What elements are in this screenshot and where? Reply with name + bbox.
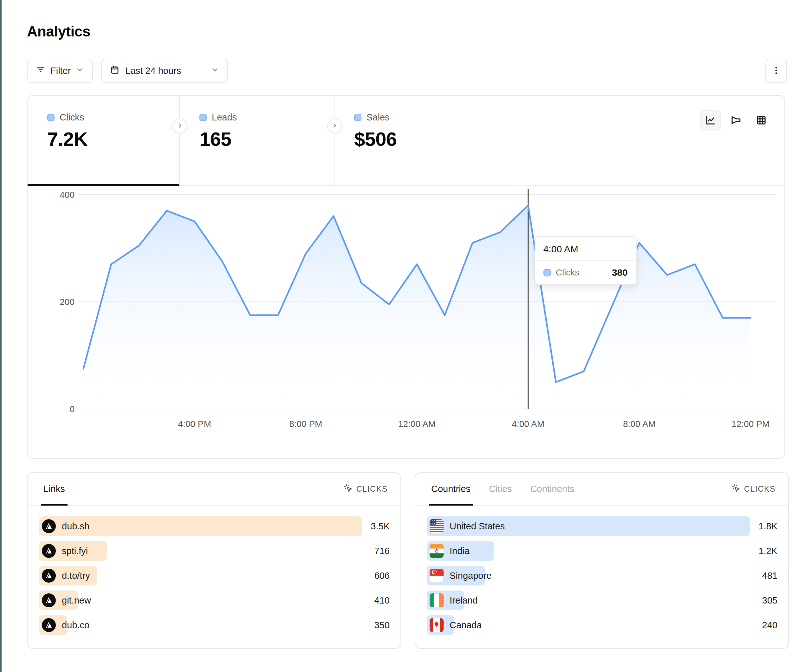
chart-tooltip: 4:00 AM Clicks 380: [535, 236, 637, 285]
clicks-time-series-chart[interactable]: 02004004:00 PM8:00 PM12:00 AM4:00 AM8:00…: [27, 186, 785, 458]
link-row[interactable]: dub.sh3.5K: [39, 516, 391, 536]
line-chart-view-button[interactable]: [700, 110, 721, 131]
x-tick-label: 12:00 AM: [398, 419, 436, 429]
chart-view-switcher: [700, 110, 772, 131]
dub-logo-icon: [42, 569, 56, 583]
dub-logo-icon: [42, 594, 56, 607]
toolbar: Filter Last 24 hours: [27, 59, 228, 83]
tooltip-value: 380: [612, 267, 628, 278]
page-title: Analytics: [27, 23, 90, 40]
chevron-right-icon: [177, 122, 184, 130]
chevron-right-icon: [331, 122, 338, 130]
metric-tab-sales[interactable]: Sales$506: [334, 96, 785, 186]
country-value: 1.2K: [758, 541, 778, 561]
link-label: d.to/try: [62, 566, 90, 585]
geo-tab-cities[interactable]: Cities: [489, 473, 512, 505]
links-panel: Links CLICKS dub.sh3.5Kspti.fyi716d.to/t…: [27, 472, 401, 649]
area-fill: [84, 205, 751, 409]
country-label: United States: [450, 516, 505, 536]
analytics-chart-card: Clicks7.2KLeads165Sales$506 02004004:00 …: [27, 95, 785, 459]
links-metric-sort[interactable]: CLICKS: [344, 484, 388, 495]
link-label: dub.sh: [62, 516, 89, 536]
funnel-chart-view-button[interactable]: [725, 110, 746, 131]
links-metric-label: CLICKS: [357, 484, 388, 493]
dub-logo-icon: [42, 519, 56, 533]
tooltip-series-label: Clicks: [556, 268, 607, 278]
y-tick-label: 0: [70, 404, 75, 414]
country-row[interactable]: Canada240: [427, 615, 779, 635]
flag-icon-in: [430, 544, 444, 558]
metric-legend-chip: [200, 114, 207, 121]
chevron-down-icon: [211, 66, 219, 76]
metric-tab-clicks[interactable]: Clicks7.2K: [27, 96, 180, 186]
metric-tab-value: 7.2K: [47, 128, 179, 150]
link-row[interactable]: dub.co350: [39, 615, 391, 635]
link-label: dub.co: [62, 615, 89, 635]
dub-logo-icon: [42, 618, 56, 632]
link-value: 606: [374, 566, 390, 585]
filter-button[interactable]: Filter: [27, 59, 93, 83]
geo-tab-continents[interactable]: Continents: [531, 473, 575, 505]
flag-icon-ie: [430, 594, 444, 607]
metric-tabs-row: Clicks7.2KLeads165Sales$506: [27, 96, 785, 186]
kebab-menu-icon: [771, 66, 781, 77]
filter-lines-icon: [36, 65, 45, 77]
country-label: Canada: [450, 615, 482, 635]
link-label: spti.fyi: [62, 541, 88, 561]
metric-tab-value: 165: [200, 128, 334, 150]
x-tick-label: 12:00 PM: [732, 419, 769, 429]
geo-metric-sort[interactable]: CLICKS: [732, 484, 776, 495]
country-row[interactable]: United States1.8K: [427, 516, 779, 536]
link-row[interactable]: d.to/try606: [39, 566, 391, 585]
geo-tab-countries[interactable]: Countries: [431, 473, 471, 505]
country-value: 305: [762, 590, 778, 610]
window-edge-strip: [0, 0, 2, 672]
link-row[interactable]: git.new410: [39, 590, 391, 610]
links-tab-links[interactable]: Links: [43, 473, 65, 505]
metric-legend-chip: [47, 114, 55, 121]
geo-panel-tabs: CountriesCitiesContinents: [431, 473, 574, 505]
link-row[interactable]: spti.fyi716: [39, 541, 391, 561]
x-tick-label: 8:00 AM: [623, 419, 656, 429]
country-label: Ireland: [450, 590, 478, 610]
country-value: 481: [762, 566, 778, 585]
funnel-chart-icon: [730, 114, 742, 127]
tooltip-legend-chip: [543, 269, 551, 276]
more-options-button[interactable]: [765, 59, 787, 83]
y-tick-label: 200: [60, 297, 75, 307]
cursor-click-icon: [732, 484, 740, 495]
country-value: 1.8K: [758, 516, 778, 536]
country-label: India: [450, 541, 469, 561]
table-view-button[interactable]: [751, 110, 772, 131]
date-range-button[interactable]: Last 24 hours: [101, 59, 228, 83]
metric-legend-chip: [354, 114, 362, 121]
metric-tab-leads[interactable]: Leads165: [180, 96, 334, 186]
country-row[interactable]: India1.2K: [427, 541, 779, 561]
y-tick-label: 400: [60, 190, 75, 200]
link-value: 410: [374, 590, 390, 610]
flag-icon-us: [430, 519, 444, 533]
country-value: 240: [762, 615, 778, 635]
x-tick-label: 4:00 AM: [512, 419, 544, 429]
country-label: Singapore: [450, 566, 491, 585]
dub-logo-icon: [42, 544, 56, 558]
expand-metric-button[interactable]: [172, 119, 188, 133]
tooltip-time: 4:00 AM: [535, 237, 636, 261]
country-row[interactable]: Ireland305: [427, 590, 779, 610]
metric-tab-label: Leads: [212, 112, 237, 123]
geo-rows: United States1.8KIndia1.2KSingapore481Ir…: [415, 506, 788, 635]
calendar-icon: [110, 65, 119, 77]
metric-tab-label: Clicks: [60, 112, 84, 123]
x-tick-label: 8:00 PM: [289, 419, 322, 429]
line-chart-icon: [705, 114, 716, 127]
table-icon: [756, 114, 767, 127]
chevron-down-icon: [76, 66, 84, 76]
expand-metric-button[interactable]: [327, 119, 342, 133]
links-rows: dub.sh3.5Kspti.fyi716d.to/try606git.new4…: [27, 506, 401, 635]
metric-tab-label: Sales: [367, 112, 390, 123]
link-value: 350: [374, 615, 390, 635]
country-row[interactable]: Singapore481: [427, 566, 779, 585]
geo-metric-label: CLICKS: [744, 484, 776, 493]
links-panel-tabs: Links: [43, 473, 65, 505]
link-value: 716: [374, 541, 390, 561]
